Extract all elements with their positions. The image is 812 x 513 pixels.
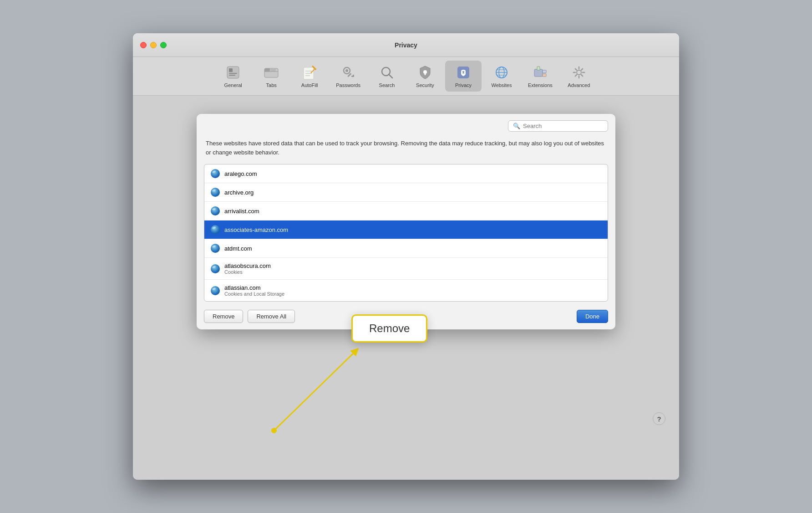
svg-line-38: [575, 69, 577, 70]
security-label: Security: [416, 82, 434, 88]
svg-rect-30: [543, 70, 546, 73]
list-item-text: atdmt.com: [224, 245, 252, 252]
remove-all-button[interactable]: Remove All: [248, 310, 295, 323]
svg-rect-6: [270, 68, 276, 72]
search-toolbar-icon: [379, 64, 395, 81]
help-button[interactable]: ?: [653, 412, 665, 425]
maximize-button[interactable]: [160, 42, 167, 48]
list-item[interactable]: atlassian.com Cookies and Local Storage: [204, 280, 608, 301]
toolbar-item-tabs[interactable]: Tabs: [253, 61, 289, 92]
list-item-subtitle: Cookies: [224, 269, 271, 275]
content-area: 🔍 These websites have stored data that c…: [133, 96, 679, 480]
list-item-domain: arrivalist.com: [224, 208, 259, 215]
website-globe-icon: [211, 264, 220, 273]
svg-rect-31: [543, 74, 546, 77]
toolbar: General Tabs: [133, 57, 679, 96]
list-item-domain: aralego.com: [224, 170, 257, 177]
security-icon: [417, 64, 433, 81]
list-item-domain: atdmt.com: [224, 245, 252, 252]
autofill-label: AutoFill: [301, 82, 318, 88]
svg-rect-2: [229, 73, 237, 74]
dialog-description: These websites have stored data that can…: [197, 135, 615, 164]
remove-popup[interactable]: Remove: [351, 314, 427, 343]
toolbar-item-privacy[interactable]: Privacy: [445, 61, 482, 92]
passwords-label: Passwords: [336, 82, 360, 88]
toolbar-item-advanced[interactable]: Advanced: [561, 61, 597, 92]
advanced-label: Advanced: [568, 82, 590, 88]
tabs-label: Tabs: [266, 82, 277, 88]
website-globe-icon: [211, 286, 220, 295]
list-item[interactable]: atdmt.com: [204, 239, 608, 258]
list-item-text: atlasobscura.com Cookies: [224, 262, 271, 275]
website-list: aralego.com archive.org arri: [204, 164, 608, 302]
list-item-text: atlassian.com Cookies and Local Storage: [224, 284, 284, 297]
list-item-subtitle: Cookies and Local Storage: [224, 291, 284, 297]
website-globe-icon: [211, 206, 220, 215]
list-item-domain: atlasobscura.com: [224, 262, 271, 269]
toolbar-item-security[interactable]: Security: [407, 61, 443, 92]
extensions-label: Extensions: [528, 82, 553, 88]
minimize-button[interactable]: [150, 42, 157, 48]
svg-line-40: [581, 69, 583, 70]
svg-line-41: [575, 75, 577, 76]
search-toolbar-label: Search: [379, 82, 395, 88]
list-item-selected[interactable]: associates-amazon.com: [204, 221, 608, 239]
svg-rect-3: [229, 75, 235, 76]
website-globe-icon: [211, 188, 220, 197]
list-item[interactable]: aralego.com: [204, 164, 608, 183]
svg-line-43: [274, 351, 356, 431]
extensions-icon: [532, 64, 548, 81]
website-globe-icon: [211, 225, 220, 234]
search-input-wrap[interactable]: 🔍: [508, 120, 608, 132]
toolbar-item-extensions[interactable]: Extensions: [522, 61, 559, 92]
done-button[interactable]: Done: [577, 310, 608, 323]
search-input[interactable]: [523, 123, 603, 129]
title-bar: Privacy: [133, 33, 679, 57]
advanced-icon: [571, 64, 587, 81]
svg-rect-5: [264, 68, 270, 72]
list-item-text: archive.org: [224, 189, 254, 196]
svg-rect-18: [353, 75, 354, 77]
close-button[interactable]: [140, 42, 147, 48]
toolbar-item-autofill[interactable]: AutoFill: [291, 61, 328, 92]
svg-rect-22: [424, 73, 426, 75]
list-item[interactable]: archive.org: [204, 183, 608, 202]
list-item-domain: associates-amazon.com: [224, 226, 288, 233]
list-item-domain: atlassian.com: [224, 284, 284, 291]
general-label: General: [224, 82, 242, 88]
toolbar-item-passwords[interactable]: Passwords: [330, 61, 367, 92]
svg-rect-1: [229, 68, 233, 72]
svg-point-16: [345, 69, 348, 72]
traffic-lights: [140, 42, 167, 48]
autofill-icon: [301, 64, 318, 81]
svg-line-20: [389, 74, 392, 78]
dialog-bottom-left: Remove Remove All: [204, 310, 295, 323]
list-item[interactable]: atlasobscura.com Cookies: [204, 258, 608, 280]
window-title: Privacy: [395, 41, 417, 49]
tabs-icon: [263, 64, 279, 81]
general-icon: [225, 64, 241, 81]
passwords-icon: [340, 64, 356, 81]
website-globe-icon: [211, 244, 220, 253]
websites-icon: [493, 64, 510, 81]
privacy-label: Privacy: [455, 82, 472, 88]
svg-line-39: [581, 75, 583, 76]
svg-point-33: [577, 70, 581, 75]
website-globe-icon: [211, 169, 220, 178]
svg-rect-0: [227, 67, 239, 78]
toolbar-item-search[interactable]: Search: [369, 61, 405, 92]
remove-button[interactable]: Remove: [204, 310, 243, 323]
list-item[interactable]: arrivalist.com: [204, 202, 608, 221]
main-window: Privacy General: [133, 33, 679, 480]
list-item-text: arrivalist.com: [224, 208, 259, 215]
dialog-search-bar: 🔍: [197, 114, 615, 135]
svg-rect-32: [537, 67, 540, 70]
modal-overlay: 🔍 These websites have stored data that c…: [133, 96, 679, 480]
search-icon: 🔍: [513, 123, 520, 129]
privacy-dialog: 🔍 These websites have stored data that c…: [197, 114, 615, 329]
websites-label: Websites: [491, 82, 512, 88]
list-item-text: aralego.com: [224, 170, 257, 177]
toolbar-item-general[interactable]: General: [215, 61, 251, 92]
toolbar-item-websites[interactable]: Websites: [483, 61, 520, 92]
list-item-domain: archive.org: [224, 189, 254, 196]
